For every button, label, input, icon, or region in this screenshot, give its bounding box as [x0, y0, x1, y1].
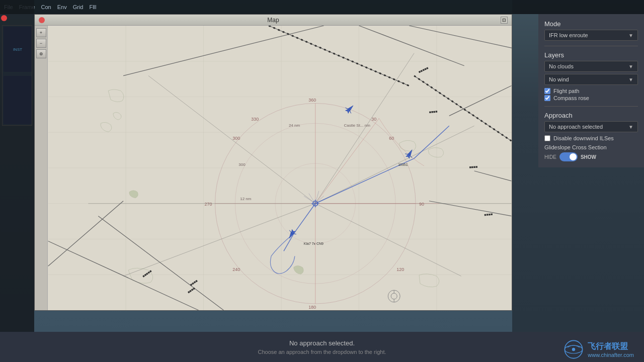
- mode-value: IFR low enroute: [549, 32, 588, 38]
- map-svg: 360 180 270 90 300 60 240 120 330 30 24 …: [48, 26, 512, 310]
- expand-icon: ⊡: [502, 18, 506, 23]
- svg-text:300: 300: [238, 162, 246, 167]
- expand-button[interactable]: ⊡: [501, 17, 508, 24]
- sim-menu-con[interactable]: Con: [41, 4, 51, 10]
- approach-label: Approach: [544, 112, 638, 119]
- flight-path-row: Flight path: [544, 88, 638, 94]
- disable-downwind-checkbox[interactable]: [544, 135, 550, 141]
- sim-instrument-panel: INST: [2, 25, 32, 126]
- sim-menu-env[interactable]: Env: [57, 4, 67, 10]
- zoom-out-button[interactable]: −: [36, 39, 46, 48]
- status-bar: No approach selected. Choose an approach…: [0, 332, 644, 362]
- close-button[interactable]: [39, 17, 45, 23]
- mode-dropdown[interactable]: IFR low enroute ▼: [544, 30, 638, 41]
- svg-text:360: 360: [308, 98, 316, 103]
- watermark-text-block: 飞行者联盟 www.chinafter.com: [588, 341, 634, 358]
- sim-menu-flll[interactable]: Flll: [89, 4, 96, 10]
- compass-rose-row: Compass rose: [544, 95, 638, 101]
- map-area[interactable]: + − ⊕: [35, 26, 512, 310]
- svg-text:270: 270: [205, 202, 212, 207]
- watermark-logo-icon: [564, 339, 584, 359]
- svg-text:180: 180: [308, 305, 316, 310]
- show-label: SHOW: [581, 154, 596, 160]
- disable-downwind-row: Disable downwind ILSes: [544, 135, 638, 141]
- divider-1: [544, 46, 638, 46]
- title-bar: Map ⊡: [35, 15, 512, 26]
- clouds-dropdown[interactable]: No clouds ▼: [544, 61, 638, 72]
- center-button[interactable]: ⊕: [36, 49, 46, 58]
- zoom-in-button[interactable]: +: [36, 28, 46, 37]
- svg-text:12 nm: 12 nm: [240, 197, 252, 201]
- clouds-value: No clouds: [549, 63, 574, 69]
- flight-path-label: Flight path: [553, 88, 579, 94]
- mode-label: Mode: [544, 20, 638, 28]
- svg-text:330: 330: [251, 117, 259, 122]
- status-main-text: No approach selected.: [289, 339, 355, 347]
- svg-text:■■■■: ■■■■: [469, 165, 477, 169]
- wind-dropdown[interactable]: No wind ▼: [544, 74, 638, 85]
- disable-downwind-label: Disable downwind ILSes: [553, 135, 614, 141]
- compass-rose-label: Compass rose: [553, 95, 589, 101]
- compass-rose-checkbox[interactable]: [544, 95, 550, 101]
- approach-value: No approach selected: [549, 124, 603, 130]
- svg-text:90: 90: [419, 202, 424, 207]
- svg-rect-2: [4, 76, 32, 124]
- svg-text:Kla7 7x CN9: Kla7 7x CN9: [304, 242, 324, 245]
- mode-section: Mode IFR low enroute ▼: [544, 20, 638, 41]
- layers-section: Layers No clouds ▼ No wind ▼ Flight path…: [544, 51, 638, 101]
- layers-label: Layers: [544, 51, 638, 59]
- svg-text:300: 300: [232, 136, 240, 141]
- svg-text:10951: 10951: [398, 163, 408, 166]
- map-canvas[interactable]: 360 180 270 90 300 60 240 120 330 30 24 …: [48, 26, 512, 310]
- map-window: Map ⊡ + − ⊕: [34, 14, 512, 311]
- mode-dropdown-arrow: ▼: [628, 33, 633, 38]
- watermark-cn-text: 飞行者联盟: [588, 341, 628, 352]
- sim-close-dot: [1, 15, 7, 21]
- glideslope-toggle[interactable]: [559, 152, 578, 161]
- svg-text:240: 240: [232, 267, 240, 272]
- glideslope-toggle-row: HIDE SHOW: [544, 152, 638, 161]
- approach-dropdown[interactable]: No approach selected ▼: [544, 121, 638, 132]
- status-sub-text: Choose an approach from the dropdown to …: [258, 349, 386, 355]
- divider-2: [544, 106, 638, 107]
- glideslope-section: Glideslope Cross Section HIDE SHOW: [544, 144, 638, 161]
- watermark-url-text: www.chinafter.com: [588, 352, 634, 358]
- approach-section: Approach No approach selected ▼ Disable …: [544, 112, 638, 161]
- flight-path-checkbox[interactable]: [544, 88, 550, 94]
- right-panel: Mode IFR low enroute ▼ Layers No clouds …: [538, 14, 644, 167]
- svg-text:■■■■: ■■■■: [429, 110, 437, 114]
- wind-value: No wind: [549, 76, 569, 82]
- left-toolbar: + − ⊕: [35, 26, 48, 310]
- clouds-arrow: ▼: [628, 64, 633, 69]
- approach-arrow: ▼: [628, 124, 633, 130]
- glideslope-label: Glideslope Cross Section: [544, 144, 638, 150]
- watermark: 飞行者联盟 www.chinafter.com: [564, 339, 634, 359]
- wind-arrow: ▼: [628, 77, 633, 82]
- svg-text:24 nm: 24 nm: [289, 123, 300, 128]
- svg-text:INST: INST: [13, 47, 22, 52]
- window-title: Map: [267, 17, 279, 24]
- sim-left-panel: INST: [0, 0, 34, 362]
- sim-menu-grid[interactable]: Grid: [73, 4, 84, 10]
- svg-text:120: 120: [396, 267, 404, 272]
- hide-label: HIDE: [544, 154, 556, 160]
- svg-text:30: 30: [371, 117, 376, 122]
- svg-text:■■■■: ■■■■: [484, 212, 493, 216]
- svg-point-77: [572, 348, 575, 351]
